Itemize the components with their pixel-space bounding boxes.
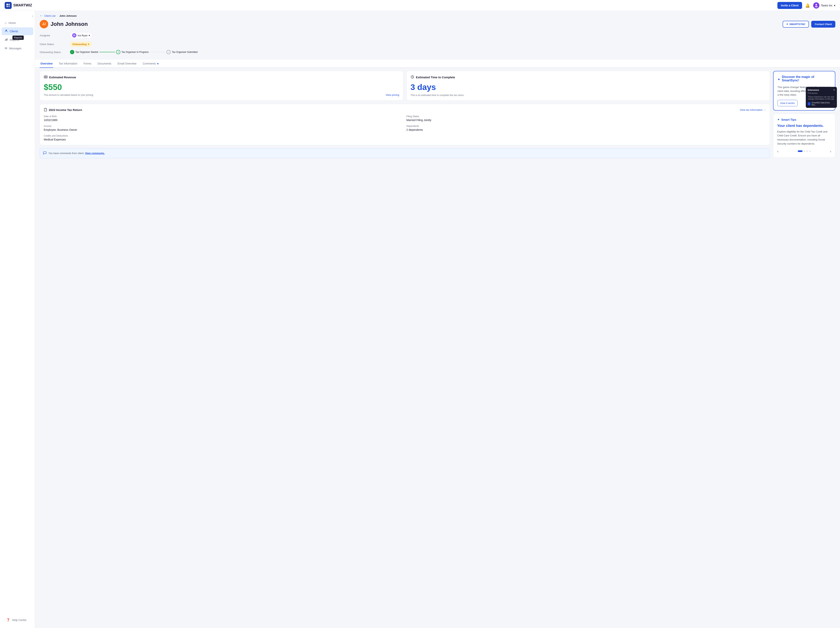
- sidebar: ‹ ⌂ Home Clients Reports Reports ✉: [0, 11, 35, 628]
- tax-field-dependents: Dependents 2 dependents: [406, 125, 766, 131]
- smartsync-button[interactable]: ✦ SMARTSYNC: [783, 21, 809, 28]
- smartsync-label: SMARTSYNC: [789, 23, 805, 26]
- filing-status-label: Filing Status: [406, 115, 766, 118]
- tax-fields-grid: Date of Birth 10/02/1989 Filing Status M…: [44, 115, 766, 141]
- tab-email-overview[interactable]: Email Overview: [117, 60, 137, 68]
- comments-dot: [157, 63, 158, 64]
- main-layout: ‹ ⌂ Home Clients Reports Reports ✉: [0, 11, 840, 628]
- content-grid: Estimated Revenue $550 This amount is ca…: [35, 68, 840, 161]
- status-chevron-icon: ▾: [88, 43, 89, 46]
- messages-icon: ✉: [5, 46, 7, 50]
- view-pricing-link[interactable]: View pricing: [385, 93, 399, 96]
- tax-return-title: 2023 Income Tax Return: [49, 108, 82, 112]
- sidebar-collapse-button[interactable]: ‹: [32, 14, 33, 18]
- sidebar-item-clients-label: Clients: [10, 30, 18, 33]
- clients-icon: [5, 29, 8, 33]
- smartsync-promo-card: ✦ Discover the magic of SmartSync! This …: [773, 71, 835, 110]
- revenue-note: This amount is calculated based on your …: [44, 94, 94, 96]
- onboarding-row: Onboarding Status ✓ Tax Organizer Starte…: [39, 49, 835, 56]
- time-card-icon: [411, 75, 414, 79]
- carousel-dot-2[interactable]: [804, 150, 805, 152]
- smartsync-icon: ✦: [786, 23, 788, 26]
- svg-point-11: [45, 76, 46, 77]
- sidebar-item-messages[interactable]: ✉ Messages: [2, 44, 33, 52]
- carousel-dot-4[interactable]: [809, 150, 811, 152]
- svg-rect-2: [6, 6, 8, 7]
- logo: SMARTWIZ: [5, 2, 32, 9]
- carousel-dot-1[interactable]: [798, 150, 802, 152]
- smart-tips-card: ✦ Smart Tips Your client has dependents.…: [773, 114, 835, 157]
- carousel-dot-3[interactable]: [806, 150, 808, 152]
- sidebar-item-reports[interactable]: Reports Reports: [2, 36, 33, 44]
- smart-tips-label: Smart Tips: [781, 118, 796, 121]
- client-avatar: JJ: [39, 20, 48, 28]
- step-3-label: Tax Organizer Submitted: [172, 51, 197, 54]
- carousel-navigation: ‹ ›: [777, 149, 831, 154]
- smart-tips-icon: ✦: [777, 118, 780, 121]
- how-it-works-button[interactable]: How it works: [777, 100, 797, 106]
- sidebar-bottom: ❓ Help Center: [0, 614, 35, 626]
- onboarding-steps: ✓ Tax Organizer Started ↺ Tax Organizer …: [70, 50, 197, 54]
- logo-text: SMARTWIZ: [13, 3, 32, 7]
- view-tax-information-link[interactable]: View tax information →: [740, 109, 766, 111]
- breadcrumb-parent-link[interactable]: Client List: [44, 14, 55, 17]
- right-column: ✦ Discover the magic of SmartSync! This …: [773, 71, 835, 158]
- carousel-next-button[interactable]: ›: [830, 149, 831, 154]
- tab-forms[interactable]: Forms: [83, 60, 92, 68]
- promo-icon: ✦: [777, 77, 780, 82]
- view-tax-link-text: View tax information: [740, 109, 763, 111]
- extensions-popup: Extensions ✕ Full access These extension…: [806, 87, 837, 108]
- stats-row: Estimated Revenue $550 This amount is ca…: [39, 71, 770, 101]
- sidebar-item-help-label: Help Center: [12, 619, 27, 622]
- dob-value: 10/02/1989: [44, 118, 403, 122]
- extension-menu-icon[interactable]: ⋮: [833, 103, 835, 105]
- tab-overview[interactable]: Overview: [39, 60, 53, 68]
- home-icon: ⌂: [5, 21, 6, 25]
- client-status-label: Client Status: [39, 43, 67, 46]
- tabs-bar: Overview Tax Information Forms Documents…: [35, 60, 840, 68]
- extensions-popup-title: Extensions ✕: [808, 89, 835, 91]
- revenue-card-icon: [44, 75, 47, 79]
- notification-bell-icon[interactable]: 🔔: [805, 3, 810, 8]
- credits-value: Medical Expenses: [44, 138, 403, 141]
- status-value: Onboarding: [72, 43, 87, 46]
- tax-card-header: 2023 Income Tax Return View tax informat…: [44, 108, 766, 112]
- sidebar-item-clients[interactable]: Clients: [2, 27, 33, 35]
- step-2: ↺ Tax Organizer In Progress: [116, 50, 148, 54]
- smart-tips-header: ✦ Smart Tips: [777, 118, 831, 121]
- chevron-down-icon: ▾: [834, 4, 835, 7]
- revenue-amount: $550: [44, 83, 399, 92]
- comments-text: You have comments from client. View comm…: [48, 152, 105, 155]
- extensions-close-icon[interactable]: ✕: [833, 89, 835, 91]
- tab-comments[interactable]: Comments: [142, 60, 159, 68]
- tab-tax-information[interactable]: Tax Information: [58, 60, 78, 68]
- logo-icon: [5, 2, 12, 9]
- status-badge[interactable]: Onboarding ▾: [70, 42, 92, 47]
- sidebar-item-help[interactable]: ❓ Help Center: [3, 616, 32, 624]
- back-arrow-icon[interactable]: ←: [39, 14, 43, 17]
- invite-client-button[interactable]: Invite a Client: [777, 2, 802, 9]
- assignee-badge[interactable]: IR Iva Ryan ▾: [70, 32, 92, 38]
- carousel-prev-button[interactable]: ‹: [777, 149, 778, 154]
- reports-icon: [5, 38, 8, 42]
- view-comments-link[interactable]: View comments.: [85, 152, 105, 155]
- tab-documents[interactable]: Documents: [97, 60, 112, 68]
- tax-field-filing-status: Filing Status Married Filing Jointly: [406, 115, 766, 122]
- tax-return-card: 2023 Income Tax Return View tax informat…: [39, 104, 770, 145]
- contact-client-button[interactable]: Contact Client: [811, 21, 835, 28]
- header-actions: ✦ SMARTSYNC Contact Client: [783, 21, 835, 28]
- user-menu[interactable]: Taxes Inc ▾: [813, 2, 835, 9]
- time-amount: 3 days: [411, 83, 766, 92]
- credits-label: Credits and Deductions: [44, 134, 403, 137]
- help-icon: ❓: [6, 618, 10, 622]
- sidebar-collapse-area: ‹: [0, 13, 35, 19]
- svg-point-5: [815, 6, 818, 7]
- client-initials: JJ: [42, 22, 46, 26]
- client-name-heading: John Johnson: [51, 21, 88, 27]
- svg-rect-1: [8, 4, 10, 5]
- svg-rect-7: [5, 39, 6, 41]
- dependents-label: Dependents: [406, 125, 766, 127]
- step-1-label: Tax Organizer Started: [76, 51, 98, 54]
- svg-rect-9: [7, 38, 7, 41]
- sidebar-item-home[interactable]: ⌂ Home: [2, 19, 33, 27]
